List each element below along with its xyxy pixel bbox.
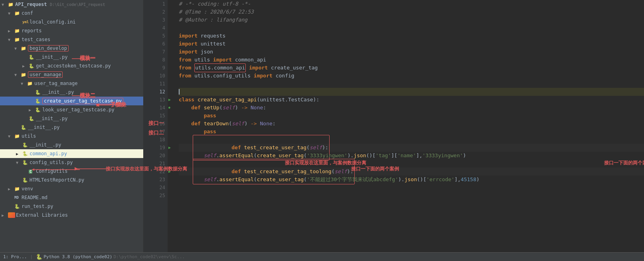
reports-label: reports xyxy=(22,28,42,34)
lut-arrow: ▶ xyxy=(29,108,35,112)
cu-arrow: ▼ xyxy=(16,160,22,165)
ln-12: 12 xyxy=(158,88,168,96)
root-label: API_request D:\Git_code\API_request xyxy=(15,2,105,7)
ln-5: 5 xyxy=(161,32,168,40)
test-cases-label: test_cases xyxy=(22,37,50,42)
code-line-4 xyxy=(179,24,644,32)
sidebar-item-utils-init[interactable]: ▶ 🐍 __init__.py xyxy=(0,140,143,149)
py-icon-10: 🐍 xyxy=(22,160,30,165)
tc-init-label: __init__.py xyxy=(28,125,59,130)
sidebar-item-bd-init[interactable]: ▶ 🐍 __init__.py xyxy=(0,53,143,61)
root-folder-icon: 📁 xyxy=(8,2,15,7)
sidebar-item-tc-init[interactable]: ▶ 🐍 __init__.py xyxy=(0,123,143,132)
lc-arrow: ▶ xyxy=(16,20,22,24)
sidebar-item-utils[interactable]: ▼ 📁 utils xyxy=(0,132,143,140)
bd-arrow: ▼ xyxy=(14,46,21,51)
ln-25: 25 xyxy=(158,192,168,200)
ln-10: 10 xyxy=(158,72,168,80)
sidebar-item-run-test[interactable]: ▶ 🐍 run_test.py xyxy=(0,202,143,211)
code-line-19: def test_create_user_tag(self): xyxy=(179,144,644,152)
code-line-7: import json xyxy=(179,48,644,56)
sidebar-item-user-tag-manage[interactable]: ▼ 📁 user_tag_manage xyxy=(0,79,143,88)
ln-11: 11 xyxy=(158,80,168,88)
line-numbers-gutter: 1 2 3 4 5 6 7 8 9 10 11 12 13 14 15 16 1 xyxy=(144,0,168,252)
conf-arrow: ▼ xyxy=(8,11,14,16)
bottom-bar: 1: Pro... | 🐍 Python 3.8 (python_code02)… xyxy=(0,252,644,261)
begin-develop-label: begin_develop xyxy=(28,45,69,51)
reports-arrow: ▶ xyxy=(8,29,14,33)
code-line-17: pass xyxy=(179,128,644,136)
config-utils-label: config_utils.py xyxy=(30,160,73,165)
py-icon-12: 🐍 xyxy=(14,204,22,209)
ln-20: 20 xyxy=(158,152,168,160)
py-icon-5: 🐍 xyxy=(35,107,42,113)
code-line-13: class create_user_tag_api(unittest.TestC… xyxy=(179,96,644,104)
local-config-label: local_config.ini xyxy=(30,19,76,25)
sidebar-item-test-cases[interactable]: ▼ 📁 test_cases xyxy=(0,35,143,44)
py-icon-3: 🐍 xyxy=(35,90,42,95)
sidebar-item-begin-develop[interactable]: ▼ 📁 begin_develop xyxy=(0,44,143,53)
ca-arrow: ▶ xyxy=(16,152,22,156)
sidebar-item-config-utils[interactable]: ▼ 🐍 config_utils.py xyxy=(0,158,143,167)
utils-arrow: ▼ xyxy=(8,134,14,138)
sidebar-item-user-manage[interactable]: ▼ 📁 user_manage xyxy=(0,70,143,79)
um-init-label: __init__.py xyxy=(36,116,67,121)
ln-17: 17 xyxy=(158,128,168,136)
sidebar-item-um-init[interactable]: ▶ 🐍 __init__.py xyxy=(0,114,143,123)
utm-folder-icon: 📁 xyxy=(27,81,34,86)
bd-folder-icon: 📁 xyxy=(21,46,28,51)
sidebar-item-get-accestoken[interactable]: ▶ 🐍 get_accestoken_testcase.py xyxy=(0,61,143,70)
code-line-3: # @Author : lifangfang xyxy=(179,16,644,24)
tc-arrow: ▼ xyxy=(8,38,14,42)
ln-7: 7 xyxy=(161,48,168,56)
sidebar-item-readme[interactable]: ▶ MD README.md xyxy=(0,193,143,202)
code-line-25 xyxy=(179,192,644,200)
get-accestoken-label: get_accestoken_testcase.py xyxy=(36,63,111,69)
sidebar-item-conf[interactable]: ▼ 📁 conf xyxy=(0,9,143,18)
python-path: D:\python_code02\venv\Sc... xyxy=(113,254,185,259)
ext-libs-label: External Libraries xyxy=(16,212,68,218)
utils-init-label: __init__.py xyxy=(30,142,61,148)
gutter-arrow-19: ▶ xyxy=(168,144,171,152)
py-icon-4: 🐍 xyxy=(35,99,42,104)
sidebar-item-common-api[interactable]: ▶ 🐍 common_api.py xyxy=(0,149,143,158)
utils-folder-icon: 📁 xyxy=(14,134,22,139)
utils-label: utils xyxy=(22,133,36,139)
ext-libs-icon xyxy=(8,212,15,218)
code-line-8: from utils import common_api xyxy=(179,56,644,64)
ln-18: 18 xyxy=(158,136,168,144)
code-line-14: def setUp(self) -> None: xyxy=(179,104,644,112)
sidebar-item-reports[interactable]: ▶ 📁 reports xyxy=(0,26,143,35)
tree-root[interactable]: ▼ 📁 API_request D:\Git_code\API_request xyxy=(0,0,143,9)
sidebar-item-utm-init[interactable]: ▶ 🐍 __init__.py xyxy=(0,88,143,97)
code-line-22: def test_create_user_tag_toolong(self): xyxy=(179,168,644,176)
ln-8: 8 xyxy=(161,56,168,64)
run-test-label: run_test.py xyxy=(22,204,53,209)
rt-arrow: ▶ xyxy=(8,204,14,209)
code-line-5: import requests xyxy=(179,32,644,40)
sidebar-item-htmltest[interactable]: ▶ 🐍 HTMLTestReportCN.py xyxy=(0,176,143,184)
sidebar-item-configutils[interactable]: ▶ C ConfigUtils xyxy=(0,167,143,176)
sidebar-item-create-user-tag[interactable]: ▶ 🐍 create_user_tag_testcase.py xyxy=(0,97,143,105)
ln-9: 9 xyxy=(161,64,168,72)
cuc-arrow: ▶ xyxy=(22,169,29,174)
code-line-1: # -*- coding: utf-8 -*- xyxy=(179,0,644,8)
um-arrow: ▼ xyxy=(14,73,21,77)
python-icon: 🐍 xyxy=(36,254,42,260)
sidebar-item-ext-libs[interactable]: ▶ External Libraries xyxy=(0,211,143,219)
code-editor: 1 2 3 4 5 6 7 8 9 10 11 12 13 14 15 16 1 xyxy=(144,0,644,252)
sidebar-item-look-user-tag[interactable]: ▶ 🐍 look_user_tag_testcase.py xyxy=(0,105,143,114)
sidebar-item-venv[interactable]: ▶ 📁 venv xyxy=(0,184,143,193)
ln-14: 14 xyxy=(158,104,168,112)
conf-label: conf xyxy=(22,10,33,16)
common-api-label: common_api.py xyxy=(30,151,67,156)
line-numbers: 1 2 3 4 5 6 7 8 9 10 11 12 13 14 15 16 1 xyxy=(144,0,168,200)
code-content[interactable]: # -*- coding: utf-8 -*- # @Time : 2020/6… xyxy=(175,0,644,252)
sidebar-item-local-config[interactable]: ▶ yml local_config.ini xyxy=(0,18,143,26)
py-icon-11: 🐍 xyxy=(22,178,30,183)
structure-label: 1: Pro... xyxy=(3,254,27,259)
bd-init-label: __init__.py xyxy=(36,54,67,60)
readme-label: README.md xyxy=(22,195,47,200)
gat-arrow: ▶ xyxy=(22,64,29,68)
um-folder-icon: 📁 xyxy=(21,72,28,77)
